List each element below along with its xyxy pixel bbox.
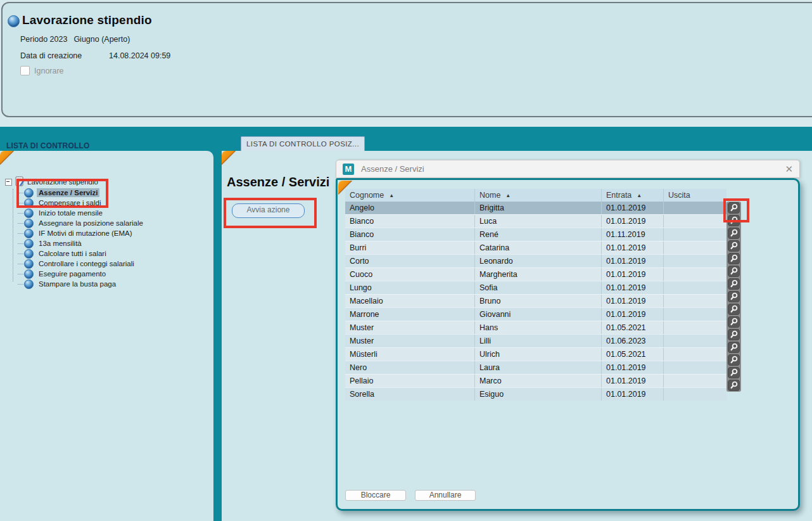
sort-asc-icon: ▲ xyxy=(505,193,511,198)
tree-item-10[interactable]: Stampare la busta paga xyxy=(18,279,145,289)
table-row-3[interactable]: BiancoRené01.11.2019 xyxy=(345,228,726,241)
creation-date-value: 14.08.2024 09:59 xyxy=(109,51,170,60)
cell-entrata: 01.01.2019 xyxy=(602,202,664,214)
tree-connector xyxy=(18,233,23,234)
magnifier-icon xyxy=(729,305,739,314)
tree-item-8[interactable]: Controllare i conteggi salariali xyxy=(18,259,145,269)
row-7-magnifier-button[interactable] xyxy=(728,278,740,290)
highlight-box-tree-item xyxy=(16,179,108,208)
cell-cognome: Sorella xyxy=(345,388,475,401)
table-row-2[interactable]: BiancoLuca01.01.2019 xyxy=(345,214,726,228)
tree-bullet-icon xyxy=(24,219,34,228)
close-icon[interactable]: ✕ xyxy=(785,164,793,174)
cell-entrata: 01.01.2019 xyxy=(602,295,664,307)
column-header-entrata[interactable]: Entrata▲ xyxy=(602,189,664,202)
table-row-11[interactable]: MusterLilli01.06.2023 xyxy=(345,334,726,347)
bloccare-button[interactable]: Bloccare xyxy=(345,490,406,501)
row-14-magnifier-button[interactable] xyxy=(728,367,740,378)
cell-nome: Marco xyxy=(475,375,602,387)
column-header-cognome[interactable]: Cognome▲ xyxy=(345,189,475,202)
row-3-magnifier-button[interactable] xyxy=(728,228,740,239)
tree-item-label: 13a mensilità xyxy=(37,239,84,248)
cell-cognome: Muster xyxy=(345,335,475,347)
table-rows: AngeloBrigitta01.01.2019BiancoLuca01.01.… xyxy=(345,202,726,401)
cell-cognome: Pellaio xyxy=(345,375,475,387)
ignore-checkbox-label: Ignorare xyxy=(34,67,64,75)
cell-cognome: Marrone xyxy=(345,308,475,321)
table-row-9[interactable]: MarroneGiovanni01.01.2019 xyxy=(345,307,726,321)
tree-connector xyxy=(18,213,23,214)
row-12-magnifier-button[interactable] xyxy=(728,342,740,353)
cell-cognome: Müsterli xyxy=(345,348,475,361)
cell-entrata: 01.11.2019 xyxy=(602,228,664,241)
tree-item-5[interactable]: IF Motivi di mutazione (EMA) xyxy=(18,228,145,238)
row-5-magnifier-button[interactable] xyxy=(728,253,740,264)
table-row-5[interactable]: CortoLeonardo01.01.2019 xyxy=(345,254,726,267)
tree-item-7[interactable]: Calcolare tutti i salari xyxy=(18,248,145,259)
row-9-magnifier-button[interactable] xyxy=(728,304,740,315)
table-row-15[interactable]: SorellaEsiguo01.01.2019 xyxy=(345,387,726,401)
cell-nome: Esiguo xyxy=(475,388,602,401)
cell-uscita xyxy=(664,281,726,294)
column-header-nome[interactable]: Nome▲ xyxy=(475,189,602,202)
cell-nome: Lilli xyxy=(475,335,602,347)
cell-uscita xyxy=(664,361,726,374)
cell-nome: Laura xyxy=(475,361,602,374)
tree-item-3[interactable]: Inizio totale mensile xyxy=(18,208,145,218)
ignore-checkbox[interactable] xyxy=(20,66,30,75)
table-row-8[interactable]: MacellaioBruno01.01.2019 xyxy=(345,294,726,307)
dialog-titlebar[interactable]: M Assenze / Servizi ✕ xyxy=(336,160,800,178)
cell-cognome: Nero xyxy=(345,361,475,374)
tree-item-9[interactable]: Eseguire pagamento xyxy=(18,269,145,279)
annullare-button[interactable]: Annullare xyxy=(415,490,476,501)
cell-nome: Sofia xyxy=(475,281,602,294)
table-row-6[interactable]: CuocoMargherita01.01.2019 xyxy=(345,267,726,281)
cell-cognome: Bianco xyxy=(345,215,475,228)
column-header-uscita[interactable]: Uscita xyxy=(664,189,726,202)
table-row-4[interactable]: BurriCatarina01.01.2019 xyxy=(345,241,726,254)
row-6-magnifier-button[interactable] xyxy=(728,266,740,277)
tree-item-4[interactable]: Assegnare la posizione salariale xyxy=(18,218,145,228)
highlight-box-magnifier xyxy=(723,198,749,222)
row-4-magnifier-button[interactable] xyxy=(728,240,740,252)
table-row-14[interactable]: PellaioMarco01.01.2019 xyxy=(345,374,726,387)
cell-nome: Margherita xyxy=(475,268,602,281)
table-row-12[interactable]: MüsterliUlrich01.05.2021 xyxy=(345,347,726,361)
cell-uscita xyxy=(664,308,726,321)
magnifier-icon xyxy=(729,241,739,250)
table-row-7[interactable]: LungoSofia01.01.2019 xyxy=(345,281,726,294)
table-row-1[interactable]: AngeloBrigitta01.01.2019 xyxy=(345,202,726,214)
table-row-13[interactable]: NeroLaura01.01.2019 xyxy=(345,361,726,374)
highlight-box-avvia-azione xyxy=(224,198,317,228)
row-11-magnifier-button[interactable] xyxy=(728,329,740,340)
cell-uscita xyxy=(664,255,726,267)
cell-entrata: 01.01.2019 xyxy=(602,255,664,267)
cell-entrata: 01.05.2021 xyxy=(602,348,664,361)
cell-uscita xyxy=(664,268,726,281)
tree-guide-line xyxy=(13,189,14,281)
creation-date-label: Data di creazione xyxy=(20,51,82,60)
magnifier-icon xyxy=(729,292,739,301)
table-row-10[interactable]: MusterHans01.05.2021 xyxy=(345,321,726,334)
row-13-magnifier-button[interactable] xyxy=(728,354,740,366)
cell-entrata: 01.01.2019 xyxy=(602,241,664,254)
cell-cognome: Bianco xyxy=(345,228,475,241)
cell-uscita xyxy=(664,215,726,228)
panel-fold-icon xyxy=(222,151,236,165)
tab-lista-di-controllo-posizione[interactable]: LISTA DI CONTROLLO POSIZ... xyxy=(241,136,365,151)
tree-connector xyxy=(18,223,23,224)
tree-item-label: Calcolare tutti i salari xyxy=(37,249,108,258)
app-logo-icon: M xyxy=(343,164,354,175)
cell-nome: Luca xyxy=(475,215,602,228)
row-8-magnifier-button[interactable] xyxy=(728,291,740,302)
magnifier-icon xyxy=(729,318,739,326)
row-15-magnifier-button[interactable] xyxy=(728,380,740,391)
dialog-title: Assenze / Servizi xyxy=(361,164,424,174)
tree-item-6[interactable]: 13a mensilità xyxy=(18,238,145,248)
cell-uscita xyxy=(664,335,726,347)
tree-collapse-icon[interactable] xyxy=(5,179,12,186)
cell-uscita xyxy=(664,321,726,334)
position-panel-heading: Assenze / Servizi xyxy=(227,175,329,190)
tree-bullet-icon xyxy=(24,259,34,269)
row-10-magnifier-button[interactable] xyxy=(728,316,740,328)
